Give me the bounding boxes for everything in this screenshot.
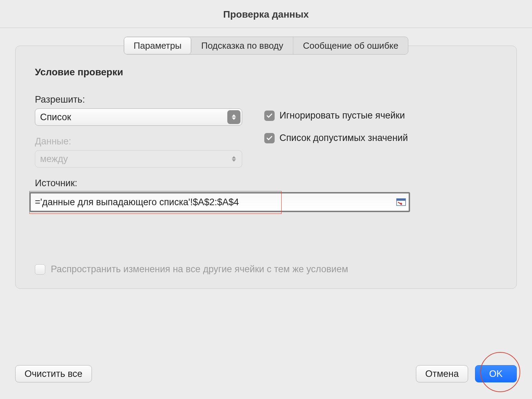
stepper-icon	[227, 110, 240, 124]
source-label: Источник:	[35, 178, 242, 189]
allow-select[interactable]: Список	[35, 108, 242, 126]
source-input[interactable]: ='данные для выпадающего списка'!$A$2:$A…	[29, 192, 410, 212]
range-picker-icon[interactable]	[396, 198, 406, 206]
cancel-button[interactable]: Отмена	[416, 365, 468, 382]
allow-label: Разрешить:	[35, 94, 242, 105]
ignore-blank-checkbox[interactable]	[264, 111, 275, 121]
allow-select-value: Список	[40, 112, 71, 123]
list-values-checkbox[interactable]	[264, 133, 275, 143]
propagate-checkbox	[35, 264, 45, 275]
clear-all-button[interactable]: Очистить все	[15, 365, 92, 382]
ignore-blank-label: Игнорировать пустые ячейки	[279, 110, 405, 121]
data-label: Данные:	[35, 136, 242, 147]
tab-input-hint[interactable]: Подсказка по вводу	[191, 37, 293, 54]
window-title: Проверка данных	[0, 0, 532, 28]
ok-button[interactable]: OK	[475, 365, 517, 382]
tabbar: Параметры Подсказка по вводу Сообщение о…	[124, 37, 408, 55]
tab-error-message[interactable]: Сообщение об ошибке	[293, 37, 408, 54]
check-icon	[266, 112, 273, 119]
tab-parameters[interactable]: Параметры	[124, 37, 192, 54]
propagate-label: Распространить изменения на все другие я…	[51, 264, 348, 275]
source-input-value: ='данные для выпадающего списка'!$A$2:$A…	[35, 197, 239, 208]
list-values-label: Список допустимых значений	[279, 133, 408, 143]
parameters-panel: Условие проверки Разрешить: Список Данны…	[15, 46, 517, 289]
section-title: Условие проверки	[35, 67, 497, 78]
stepper-icon	[227, 152, 240, 166]
check-icon	[266, 135, 273, 142]
svg-rect-1	[397, 199, 406, 201]
data-select-value: между	[40, 154, 68, 164]
data-select: между	[35, 150, 242, 168]
